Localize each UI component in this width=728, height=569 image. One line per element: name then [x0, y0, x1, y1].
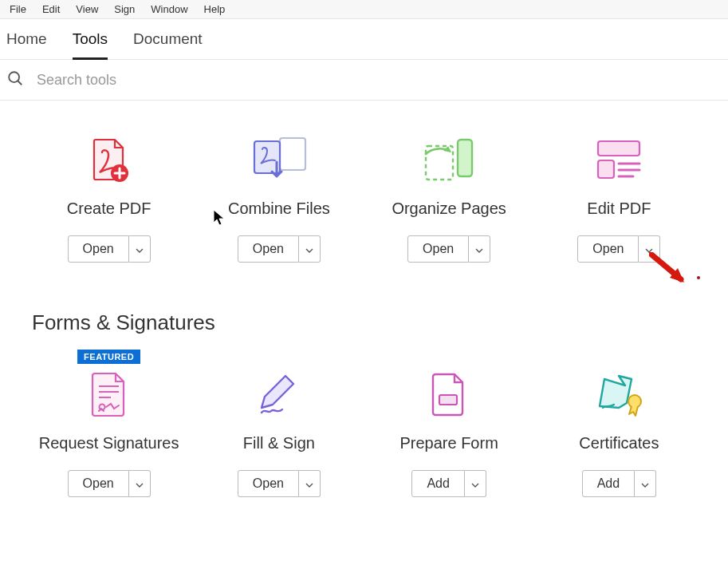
- tool-create-pdf: Create PDF Open: [37, 132, 181, 263]
- menu-file[interactable]: File: [2, 0, 34, 18]
- open-dropdown[interactable]: [129, 235, 151, 263]
- svg-rect-7: [598, 141, 639, 156]
- tool-prepare-form: Prepare Form Add: [377, 367, 521, 497]
- prepare-form-icon: [429, 367, 469, 421]
- chevron-down-icon: [641, 476, 649, 491]
- tool-certificates: Certificates Add: [547, 367, 691, 497]
- open-button[interactable]: Open: [407, 235, 469, 263]
- annotation-dot-icon: [697, 276, 700, 279]
- tool-label: Edit PDF: [587, 200, 651, 218]
- tool-request-signatures: FEATURED Request Signatures Open: [37, 367, 181, 497]
- open-dropdown[interactable]: [639, 235, 660, 263]
- svg-rect-16: [439, 395, 457, 405]
- request-signatures-icon: [87, 367, 132, 421]
- tab-home[interactable]: Home: [6, 30, 47, 59]
- tool-combine-files: Combine Files Open: [207, 132, 351, 263]
- open-dropdown[interactable]: [129, 470, 151, 497]
- chevron-down-icon: [136, 242, 144, 256]
- tool-label: Request Signatures: [39, 434, 179, 452]
- open-button[interactable]: Open: [577, 235, 639, 263]
- chevron-down-icon: [305, 242, 313, 256]
- tool-edit-pdf: Edit PDF Open: [547, 132, 691, 263]
- section-heading-forms: Forms & Signatures: [32, 310, 728, 335]
- tab-document[interactable]: Document: [133, 30, 203, 59]
- tool-label: Create PDF: [67, 200, 152, 218]
- edit-pdf-icon: [595, 132, 643, 187]
- add-dropdown[interactable]: [465, 470, 486, 497]
- tab-tools[interactable]: Tools: [73, 30, 108, 60]
- tool-label: Organize Pages: [392, 200, 506, 218]
- add-button[interactable]: Add: [582, 470, 635, 497]
- open-button[interactable]: Open: [68, 470, 129, 497]
- add-button[interactable]: Add: [411, 470, 464, 497]
- svg-rect-8: [598, 160, 614, 178]
- featured-badge: FEATURED: [77, 350, 140, 364]
- tool-label: Certificates: [579, 434, 659, 452]
- tool-label: Fill & Sign: [243, 434, 315, 452]
- menu-window[interactable]: Window: [143, 0, 195, 18]
- tool-organize-pages: Organize Pages Open: [377, 132, 521, 263]
- svg-line-1: [18, 81, 22, 85]
- menu-sign[interactable]: Sign: [106, 0, 143, 18]
- tab-bar: Home Tools Document: [0, 19, 728, 60]
- svg-rect-6: [458, 140, 472, 176]
- menu-view[interactable]: View: [68, 0, 106, 18]
- chevron-down-icon: [305, 476, 313, 491]
- svg-point-17: [628, 395, 641, 408]
- svg-rect-3: [280, 138, 305, 170]
- search-input[interactable]: [37, 72, 356, 89]
- open-dropdown[interactable]: [469, 235, 490, 263]
- chevron-down-icon: [471, 476, 479, 491]
- open-button[interactable]: Open: [238, 235, 299, 263]
- tool-fill-sign: Fill & Sign Open: [207, 367, 351, 497]
- combine-files-icon: [248, 132, 310, 187]
- chevron-down-icon: [475, 242, 483, 256]
- tool-label: Prepare Form: [399, 434, 498, 452]
- svg-point-0: [9, 72, 19, 82]
- menubar: File Edit View Sign Window Help: [0, 0, 728, 19]
- add-dropdown[interactable]: [635, 470, 656, 497]
- create-pdf-icon: [85, 132, 134, 187]
- open-dropdown[interactable]: [299, 235, 321, 263]
- open-dropdown[interactable]: [299, 470, 321, 497]
- chevron-down-icon: [136, 476, 144, 491]
- menu-help[interactable]: Help: [196, 0, 234, 18]
- search-icon: [6, 69, 24, 90]
- certificates-icon: [592, 367, 646, 421]
- organize-pages-icon: [421, 132, 477, 187]
- tools-section-1: Create PDF Open Combine Files Open: [0, 101, 728, 263]
- tools-section-2: FEATURED Request Signatures Open: [0, 359, 728, 497]
- tool-label: Combine Files: [228, 200, 330, 218]
- menu-edit[interactable]: Edit: [34, 0, 68, 18]
- search-row: [0, 60, 728, 101]
- chevron-down-icon: [645, 242, 653, 256]
- fill-sign-icon: [257, 367, 301, 421]
- open-button[interactable]: Open: [68, 235, 129, 263]
- open-button[interactable]: Open: [238, 470, 299, 497]
